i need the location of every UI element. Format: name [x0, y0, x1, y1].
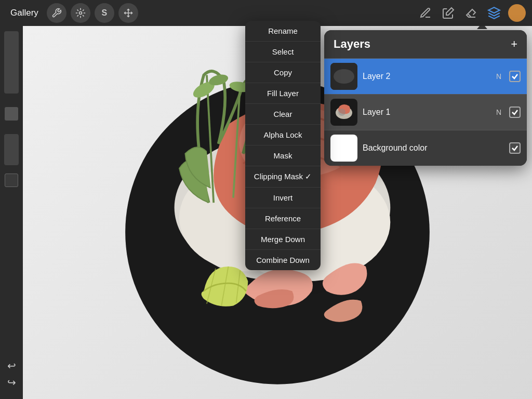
menu-item-merge-down[interactable]: Merge Down [245, 229, 321, 250]
pen-tool[interactable] [440, 4, 457, 22]
layer-1-thumbnail [330, 99, 357, 126]
adjust-button[interactable] [71, 3, 90, 23]
layers-tool[interactable] [485, 4, 503, 22]
menu-item-invert[interactable]: Invert [245, 188, 321, 208]
selection-icon: S [102, 8, 108, 18]
eraser-icon [465, 7, 477, 19]
layer-2-thumbnail [330, 63, 357, 90]
svg-marker-5 [488, 7, 500, 13]
undo-button[interactable]: ↩ [7, 360, 16, 372]
toolbar-left: Gallery S [6, 3, 138, 23]
left-sidebar: ↩ ↪ [0, 26, 23, 399]
pen-icon [442, 7, 455, 19]
add-layer-button[interactable]: + [511, 38, 517, 50]
layer-1-mode: N [494, 108, 504, 116]
svg-point-0 [79, 12, 82, 15]
user-avatar[interactable] [508, 4, 526, 22]
layer-2-mode: N [494, 72, 504, 81]
background-thumbnail [330, 135, 357, 162]
menu-item-rename[interactable]: Rename [245, 21, 321, 42]
opacity-slider[interactable] [4, 134, 19, 165]
layer-2-thumb-preview [330, 63, 357, 90]
menu-item-clear[interactable]: Clear [245, 104, 321, 125]
brush-preview [5, 107, 18, 121]
background-name: Background color [363, 143, 488, 153]
layers-header: Layers + [324, 30, 527, 58]
layers-title: Layers [334, 37, 370, 51]
layer-1-checkbox[interactable] [509, 107, 521, 118]
menu-item-reference[interactable]: Reference [245, 208, 321, 229]
toolbar-right [417, 4, 526, 22]
menu-item-mask[interactable]: Mask [245, 145, 321, 166]
background-check-icon [511, 144, 518, 152]
svg-line-4 [468, 14, 471, 17]
opacity-preview [5, 174, 18, 187]
svg-marker-3 [446, 8, 454, 15]
svg-point-28 [338, 109, 345, 116]
layer-1-thumb-preview [330, 99, 357, 126]
layer-2-checkbox[interactable] [509, 71, 521, 82]
background-checkbox[interactable] [509, 142, 521, 154]
wrench-icon [51, 8, 62, 18]
layers-icon [487, 6, 501, 20]
eraser-tool[interactable] [462, 4, 480, 22]
selection-button[interactable]: S [95, 3, 114, 23]
menu-item-fill-layer[interactable]: Fill Layer [245, 83, 321, 104]
context-menu: Rename Select Copy Fill Layer Clear Alph… [245, 21, 321, 270]
wrench-button[interactable] [47, 3, 66, 23]
transform-button[interactable] [118, 3, 138, 23]
adjust-icon [75, 8, 86, 18]
gallery-button[interactable]: Gallery [6, 6, 43, 20]
menu-item-clipping-mask[interactable]: Clipping Mask ✓ [245, 166, 321, 188]
layers-panel: Layers + Layer 2 N L [324, 30, 527, 166]
layer-2-check-icon [511, 73, 518, 80]
menu-item-select[interactable]: Select [245, 42, 321, 62]
menu-item-copy[interactable]: Copy [245, 62, 321, 83]
menu-item-combine-down[interactable]: Combine Down [245, 250, 321, 270]
pencil-icon [419, 7, 432, 19]
layer-row-background[interactable]: Background color [324, 130, 527, 166]
layer-row-2[interactable]: Layer 2 N [324, 58, 527, 94]
layer-1-check-icon [511, 109, 518, 116]
pencil-tool[interactable] [417, 4, 434, 22]
share-button[interactable]: ↪ [7, 376, 16, 389]
layer-row-1[interactable]: Layer 1 N [324, 94, 527, 130]
svg-point-24 [334, 69, 354, 84]
layer-2-name: Layer 2 [363, 72, 488, 81]
menu-item-alpha-lock[interactable]: Alpha Lock [245, 125, 321, 145]
brush-size-slider[interactable] [4, 31, 19, 94]
layer-1-name: Layer 1 [363, 108, 488, 117]
transform-icon [124, 8, 133, 18]
